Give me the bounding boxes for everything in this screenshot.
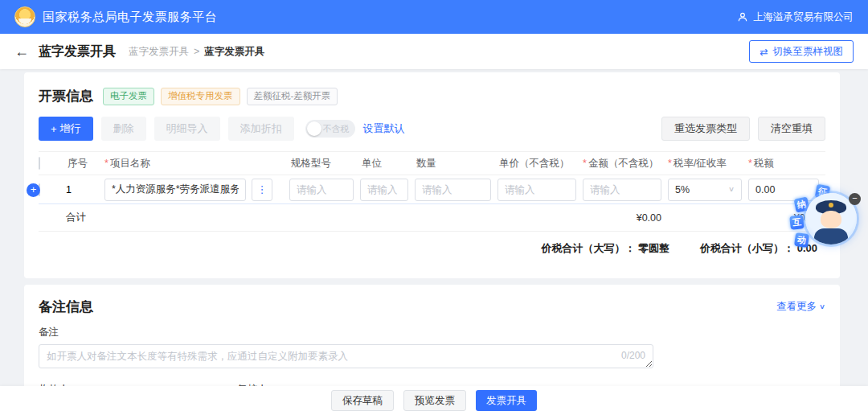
widget-char-hu: 互 [789,215,805,230]
reselect-invoice-type-button[interactable]: 重选发票类型 [661,117,750,141]
add-row-button[interactable]: + 增行 [39,117,93,141]
char-counter: 0/200 [621,350,645,361]
breadcrumb: 蓝字发票开具 > 蓝字发票开具 [129,45,264,59]
header-tax-rate: *税率/征收率 [668,157,742,171]
add-row-label: 增行 [60,121,81,136]
header-spec: 规格型号 [289,157,354,171]
tag-electronic-invoice: 电子发票 [103,88,154,105]
remark-textarea[interactable] [39,344,653,368]
switch-view-button[interactable]: ⇄ 切换至票样视图 [749,40,854,63]
item-name-input[interactable] [104,179,246,201]
switch-view-label: 切换至票样视图 [773,45,844,59]
breadcrumb-current: 蓝字发票开具 [204,45,264,59]
quantity-input[interactable] [415,179,491,201]
sum-capital-label: 价税合计（大写）： [541,242,635,254]
breadcrumb-parent[interactable]: 蓝字发票开具 [129,45,189,59]
company-name: 上海溢承贸易有限公司 [753,10,854,24]
page-title: 蓝字发票开具 [39,43,116,60]
add-discount-button[interactable]: 添加折扣 [228,117,294,141]
insert-row-icon[interactable]: + [27,183,40,197]
main-content: 开票信息 电子发票 增值税专用发票 差额征税-差额开票 + 增行 删除 明细导入… [0,69,868,415]
more-options-icon[interactable]: ⋮ [252,179,272,201]
amount-input[interactable] [583,179,661,201]
preview-invoice-button[interactable]: 预览发票 [403,390,466,411]
unit-input[interactable] [360,179,408,201]
header-amount: *金额（不含税） [583,157,661,171]
nav-bar: ← 蓝字发票开具 蓝字发票开具 > 蓝字发票开具 ⇄ 切换至票样视图 [0,34,868,69]
row-seq: 1 [66,184,98,195]
action-footer: 保存草稿 预览发票 发票开具 [0,386,868,415]
toggle-knob [307,121,321,136]
plus-icon: + [51,123,57,135]
header-item-name: *项目名称 [104,157,283,171]
tax-emblem-logo-icon [14,6,35,27]
header-tax-amount: *税额 [748,157,819,171]
platform-title: 国家税务总局电子发票服务平台 [43,10,217,25]
grand-total-row: 价税合计（大写）： 零圆整 价税合计（小写）： 0.00 [39,232,825,265]
tax-interaction-widget[interactable]: 征 纳 互 动 [789,185,857,261]
spec-input[interactable] [289,179,354,201]
save-draft-button[interactable]: 保存草稿 [331,390,394,411]
table-row: + 1 ⋮ 5% ∨ [39,175,825,204]
total-label: 合计 [66,211,98,224]
issue-invoice-button[interactable]: 发票开具 [476,390,537,411]
invoice-section-title: 开票信息 [39,87,93,105]
widget-char-dong: 动 [794,232,809,248]
invoice-toolbar: + 增行 删除 明细导入 添加折扣 不含税 设置默认 重选发票类型 清空重填 [24,105,840,141]
sum-capital-value: 零圆整 [638,242,669,254]
header-seq: 序号 [66,157,98,171]
back-icon[interactable]: ← [14,43,29,60]
collapse-widget-icon[interactable]: − [849,193,861,205]
remark-field-label: 备注 [24,316,840,343]
remarks-section-title: 备注信息 [39,298,93,316]
chevron-down-icon: ∨ [728,185,735,193]
view-more-link[interactable]: 查看更多 ∨ [776,300,825,314]
tax-rate-select[interactable]: 5% ∨ [668,179,742,201]
total-row: 合计 ¥0.00 ¥0.00 [39,204,825,232]
detail-import-button[interactable]: 明细导入 [154,117,220,141]
header-unit: 单位 [360,157,408,171]
tag-vat-special-invoice: 增值税专用发票 [161,88,240,105]
switch-icon: ⇄ [760,46,768,58]
table-header-row: 序号 *项目名称 规格型号 单位 数量 单价（不含税） *金额（不含税） *税率… [39,151,825,175]
tax-rate-value: 5% [675,184,690,195]
toggle-label: 不含税 [323,123,350,135]
header-unit-price: 单价（不含税） [497,157,576,171]
header-quantity: 数量 [415,157,491,171]
user-icon [737,11,748,23]
view-more-label: 查看更多 [776,300,817,314]
app-header: 国家税务总局电子发票服务平台 上海溢承贸易有限公司 [0,0,868,34]
account-area[interactable]: 上海溢承贸易有限公司 [737,10,854,24]
breadcrumb-separator-icon: > [194,46,199,57]
tax-excluded-toggle[interactable]: 不含税 [305,120,355,138]
set-default-link[interactable]: 设置默认 [363,121,405,136]
sum-figure-label: 价税合计（小写）： [700,242,794,254]
select-all-checkbox[interactable] [39,157,40,170]
tag-differential-tax: 差额征税-差额开票 [247,88,338,105]
total-amount: ¥0.00 [583,212,661,224]
clear-refill-button[interactable]: 清空重填 [758,117,825,141]
chevron-down-icon: ∨ [819,302,825,310]
line-items-table: 序号 *项目名称 规格型号 单位 数量 单价（不含税） *金额（不含税） *税率… [39,151,825,265]
unit-price-input[interactable] [497,179,576,201]
delete-button[interactable]: 删除 [101,117,146,141]
invoice-info-panel: 开票信息 电子发票 增值税专用发票 差额征税-差额开票 + 增行 删除 明细导入… [24,72,840,278]
